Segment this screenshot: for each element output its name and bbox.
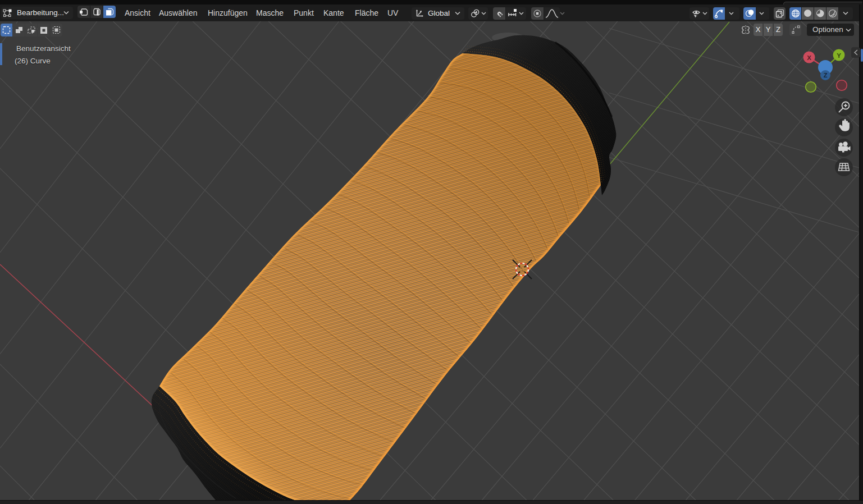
svg-text:Z: Z [824,72,828,79]
svg-text:X: X [807,54,811,61]
svg-text:Y: Y [837,52,841,59]
